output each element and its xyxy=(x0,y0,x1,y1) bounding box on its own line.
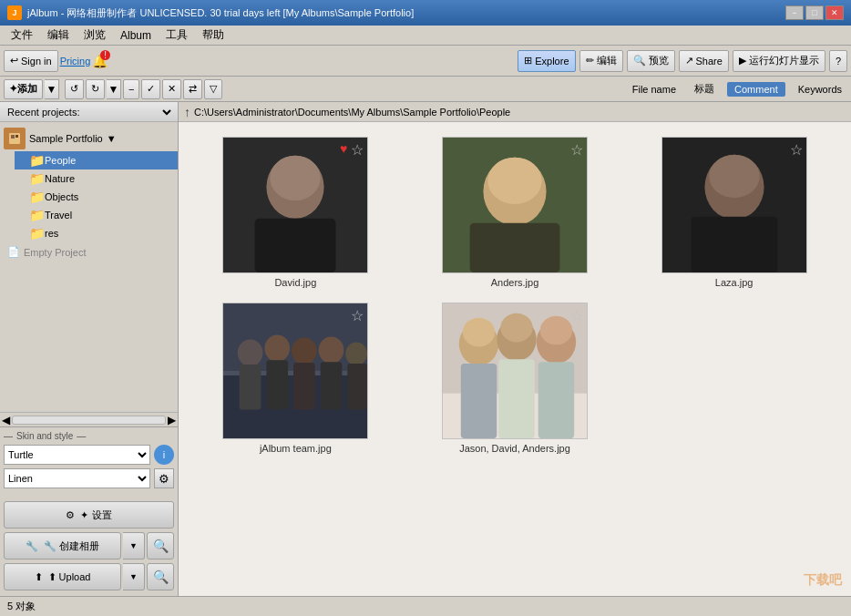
close-button[interactable]: ✕ xyxy=(825,5,844,20)
upload-label: ⬆ Upload xyxy=(48,571,91,583)
empty-project[interactable]: 📄 Empty Project xyxy=(0,242,178,262)
menu-browse[interactable]: 浏览 xyxy=(77,26,113,45)
star-icon-group[interactable]: ☆ xyxy=(570,307,583,324)
photo-item-group[interactable]: ☆ Jason, David, Anders.jpg xyxy=(413,303,618,454)
pricing-link[interactable]: Pricing xyxy=(60,56,91,67)
filename-filter[interactable]: File name xyxy=(627,82,682,97)
tree-item-res[interactable]: 📁 res xyxy=(15,224,178,242)
scroll-right[interactable]: ▶ xyxy=(166,414,178,426)
nature-label: Nature xyxy=(45,173,75,184)
photo-item-team[interactable]: ☆ jAlbum team.jpg xyxy=(193,303,398,454)
keywords-filter[interactable]: Keywords xyxy=(793,82,847,97)
explore-button[interactable]: ⊞ Explore xyxy=(518,50,575,72)
svg-point-19 xyxy=(238,339,263,366)
check-btn[interactable]: ✓ xyxy=(141,79,160,99)
grid-icon: ⊞ xyxy=(524,55,532,67)
maximize-button[interactable]: □ xyxy=(805,5,824,20)
project-root[interactable]: Sample Portfolio ▼ xyxy=(0,126,178,151)
menu-help[interactable]: 帮助 xyxy=(195,26,231,45)
star-icon-anders[interactable]: ☆ xyxy=(570,141,583,159)
slideshow-button[interactable]: ▶ 运行幻灯片显示 xyxy=(733,50,825,72)
svg-rect-20 xyxy=(240,364,261,409)
preview-label: 预览 xyxy=(649,54,669,67)
svg-rect-1 xyxy=(11,135,15,139)
path-bar: ↑ C:\Users\Administrator\Documents\My Al… xyxy=(179,102,851,122)
watermark: 下载吧 xyxy=(804,572,842,589)
edit-button[interactable]: ✏ 编辑 xyxy=(579,50,623,72)
menu-tools[interactable]: 工具 xyxy=(159,26,195,45)
scroll-left[interactable]: ◀ xyxy=(0,414,12,426)
photo-item-david[interactable]: ♥ ☆ David.jpg xyxy=(193,137,398,288)
view-toolbar: ✦ 添加 ▼ ↺ ↻ ▼ − ✓ ✕ ⇄ ▽ File name 标题 Comm… xyxy=(0,77,851,102)
share-label: Share xyxy=(696,56,723,67)
project-name: Sample Portfolio xyxy=(29,133,103,144)
photo-thumb-anders[interactable]: ☆ xyxy=(442,137,588,273)
recent-projects-bar: Recent projects: xyxy=(0,102,178,122)
minus-btn[interactable]: − xyxy=(123,79,139,99)
skin-style-panel: — Skin and style — Turtle i Linen ⚙ xyxy=(0,426,178,496)
menu-edit[interactable]: 编辑 xyxy=(40,26,77,45)
help-button[interactable]: ? xyxy=(829,50,847,72)
add-button[interactable]: ✦ 添加 xyxy=(4,79,43,99)
sign-in-button[interactable]: ↩ Sign in xyxy=(4,50,58,72)
upload-search-button[interactable]: 🔍 xyxy=(147,563,174,590)
menu-file[interactable]: 文件 xyxy=(4,26,40,45)
sidebar-scrollbar[interactable]: ◀ ▶ xyxy=(0,412,178,426)
star-icon-david[interactable]: ☆ xyxy=(351,141,364,159)
star-icon-laza[interactable]: ☆ xyxy=(790,141,803,159)
upload-button[interactable]: ⬆ ⬆ Upload xyxy=(4,563,121,590)
style-gear-button[interactable]: ⚙ xyxy=(154,468,174,488)
share-button[interactable]: ↗ Share xyxy=(679,50,729,72)
style-select[interactable]: Linen xyxy=(4,468,150,488)
move-btn[interactable]: ⇄ xyxy=(183,79,202,99)
tree-item-nature[interactable]: 📁 Nature xyxy=(15,169,178,188)
create-album-arrow[interactable]: ▼ xyxy=(123,532,145,560)
content-area: ↑ C:\Users\Administrator\Documents\My Al… xyxy=(179,102,851,596)
folder-icon-res: 📁 xyxy=(29,226,45,241)
path-back-button[interactable]: ↑ xyxy=(184,105,190,119)
photo-item-laza[interactable]: ☆ Laza.jpg xyxy=(631,137,836,288)
photo-item-anders[interactable]: ☆ Anders.jpg xyxy=(413,137,618,288)
team-image xyxy=(223,303,367,439)
forward-arrow[interactable]: ▼ xyxy=(107,79,121,99)
create-search-button[interactable]: 🔍 xyxy=(147,532,174,560)
title-filter[interactable]: 标题 xyxy=(689,80,720,98)
add-dropdown-arrow[interactable]: ▼ xyxy=(45,79,59,99)
tree-item-objects[interactable]: 📁 Objects xyxy=(15,188,178,206)
skin-select[interactable]: Turtle xyxy=(4,445,150,465)
photo-label-team: jAlbum team.jpg xyxy=(260,443,332,454)
scroll-track[interactable] xyxy=(12,416,166,425)
app-icon: J xyxy=(7,5,22,20)
settings-button[interactable]: ⚙ ✦ 设置 xyxy=(4,501,174,529)
skin-info-button[interactable]: i xyxy=(154,445,174,465)
x-btn[interactable]: ✕ xyxy=(162,79,181,99)
minimize-button[interactable]: − xyxy=(785,5,804,20)
view-buttons: ⊞ Explore ✏ 编辑 🔍 预览 ↗ Share ▶ 运行幻灯片显示 ? xyxy=(518,50,847,72)
menu-album[interactable]: Album xyxy=(113,27,159,44)
upload-arrow[interactable]: ▼ xyxy=(123,563,145,590)
svg-point-32 xyxy=(463,318,496,347)
tree-item-travel[interactable]: 📁 Travel xyxy=(15,206,178,224)
preview-button[interactable]: 🔍 预览 xyxy=(627,50,675,72)
svg-rect-24 xyxy=(293,363,315,409)
tree-item-people[interactable]: 📁 People xyxy=(15,151,178,169)
forward-split-btn[interactable]: ↻ xyxy=(86,79,105,99)
svg-point-9 xyxy=(487,158,541,204)
search-icon: 🔍 xyxy=(633,55,646,67)
album-icon xyxy=(7,131,22,146)
skin-row: Turtle i xyxy=(4,445,174,465)
svg-point-25 xyxy=(319,336,344,364)
recent-projects-dropdown[interactable]: Recent projects: xyxy=(4,106,174,118)
star-icon-team[interactable]: ☆ xyxy=(351,307,364,324)
photo-thumb-david[interactable]: ♥ ☆ xyxy=(222,137,368,273)
comment-filter[interactable]: Comment xyxy=(727,82,785,97)
photo-thumb-laza[interactable]: ☆ xyxy=(661,137,807,273)
folder-icon-objects: 📁 xyxy=(29,190,45,204)
create-album-button[interactable]: 🔧 🔧 创建相册 xyxy=(4,532,121,560)
david-image xyxy=(223,137,367,273)
filter-btn[interactable]: ▽ xyxy=(204,79,222,99)
photo-thumb-team[interactable]: ☆ xyxy=(222,303,368,439)
photo-thumb-group[interactable]: ☆ xyxy=(442,303,588,439)
explore-label: Explore xyxy=(535,56,569,67)
back-btn[interactable]: ↺ xyxy=(65,79,84,99)
